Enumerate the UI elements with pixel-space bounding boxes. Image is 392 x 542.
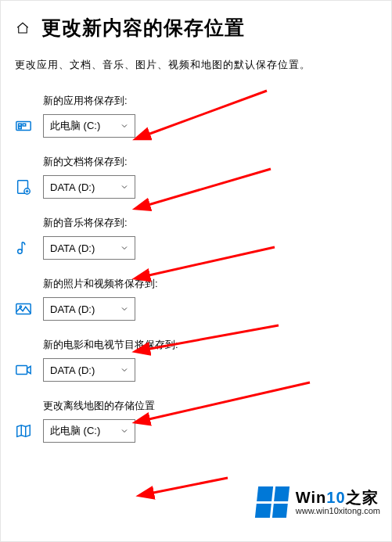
music-icon — [15, 239, 32, 257]
docs-label: 新的文档将保存到: — [43, 155, 377, 169]
chevron-down-icon — [119, 242, 130, 253]
chevron-down-icon — [119, 120, 130, 131]
chevron-down-icon — [119, 364, 130, 375]
maps-icon — [15, 422, 32, 440]
photos-icon — [15, 300, 32, 318]
svg-line-15 — [149, 478, 228, 494]
svg-point-8 — [20, 306, 21, 307]
photos-select-value: DATA (D:) — [50, 303, 95, 315]
svg-rect-3 — [19, 127, 22, 129]
music-select-value: DATA (D:) — [50, 242, 95, 254]
home-icon[interactable] — [15, 20, 31, 36]
svg-rect-9 — [16, 366, 27, 375]
page-title: 更改新内容的保存位置 — [41, 15, 245, 41]
movies-select[interactable]: DATA (D:) — [43, 358, 135, 382]
page-subtitle: 更改应用、文档、音乐、图片、视频和地图的默认保存位置。 — [1, 47, 391, 77]
apps-icon — [15, 117, 32, 135]
docs-select-value: DATA (D:) — [50, 181, 95, 193]
apps-select-value: 此电脑 (C:) — [50, 119, 100, 133]
music-select[interactable]: DATA (D:) — [43, 236, 135, 260]
svg-rect-1 — [19, 124, 22, 126]
chevron-down-icon — [119, 303, 130, 314]
chevron-down-icon — [119, 425, 130, 436]
watermark-brand: Win10之家 — [296, 489, 380, 506]
svg-point-6 — [18, 249, 23, 254]
docs-icon — [15, 178, 32, 196]
maps-select-value: 此电脑 (C:) — [50, 424, 100, 438]
music-label: 新的音乐将保存到: — [43, 216, 377, 230]
maps-select[interactable]: 此电脑 (C:) — [43, 419, 135, 443]
chevron-down-icon — [119, 181, 130, 192]
movies-icon — [15, 361, 32, 379]
watermark-url: www.win10xitong.com — [296, 506, 380, 515]
photos-select[interactable]: DATA (D:) — [43, 297, 135, 321]
maps-label: 更改离线地图的存储位置 — [43, 399, 377, 413]
movies-label: 新的电影和电视节目将保存到: — [43, 338, 377, 352]
svg-rect-2 — [23, 124, 26, 126]
movies-select-value: DATA (D:) — [50, 364, 95, 376]
windows-logo-icon — [255, 486, 290, 518]
apps-select[interactable]: 此电脑 (C:) — [43, 114, 135, 138]
photos-label: 新的照片和视频将保存到: — [43, 277, 377, 291]
watermark: Win10之家 www.win10xitong.com — [257, 486, 380, 518]
apps-label: 新的应用将保存到: — [43, 94, 377, 108]
docs-select[interactable]: DATA (D:) — [43, 175, 135, 199]
